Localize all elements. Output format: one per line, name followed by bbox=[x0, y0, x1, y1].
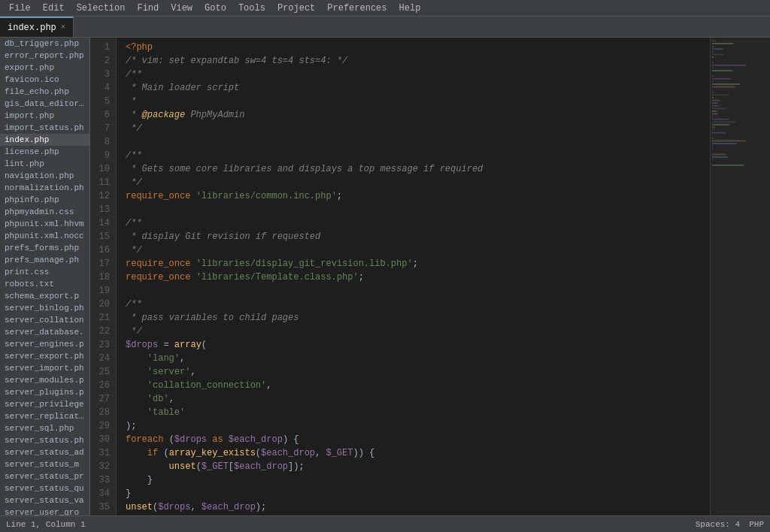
sidebar-file-item[interactable]: normalization.ph bbox=[0, 182, 89, 194]
sidebar-file-item[interactable]: db_triggers.php bbox=[0, 38, 89, 50]
menu-item-edit[interactable]: Edit bbox=[37, 2, 71, 15]
sidebar-file-item[interactable]: license.php bbox=[0, 146, 89, 158]
menu-item-find[interactable]: Find bbox=[131, 2, 165, 15]
sidebar-file-item[interactable]: schema_export.p bbox=[0, 290, 89, 302]
sidebar-file-item[interactable]: server_status.ph bbox=[0, 434, 89, 446]
code-line: /** bbox=[126, 149, 701, 162]
sidebar-file-item[interactable]: phpinfo.php bbox=[0, 194, 89, 206]
menu-item-view[interactable]: View bbox=[165, 2, 199, 15]
code-line bbox=[126, 284, 701, 298]
line-number: 25 bbox=[96, 365, 110, 379]
sidebar-file-item[interactable]: favicon.ico bbox=[0, 74, 89, 86]
code-line: 'db', bbox=[126, 392, 701, 406]
file-sidebar[interactable]: db_triggers.phperror_report.phpexport.ph… bbox=[0, 38, 90, 515]
line-number: 10 bbox=[96, 162, 110, 176]
code-line bbox=[126, 514, 701, 515]
statusbar: Line 1, Column 1 Spaces: 4 PHP bbox=[0, 515, 770, 532]
code-line: require_once 'libraries/Template.class.p… bbox=[126, 271, 701, 284]
code-line: * Main loader script bbox=[126, 81, 701, 95]
sidebar-file-item[interactable]: server_replicatio bbox=[0, 410, 89, 422]
code-line: * pass variables to child pages bbox=[126, 311, 701, 325]
code-line: require_once 'libraries/display_git_revi… bbox=[126, 257, 701, 271]
sidebar-file-item[interactable]: server_status_va bbox=[0, 494, 89, 506]
sidebar-file-item[interactable]: server_database. bbox=[0, 326, 89, 338]
sidebar-file-item[interactable]: index.php bbox=[0, 134, 89, 146]
line-number: 3 bbox=[96, 68, 110, 81]
sidebar-file-item[interactable]: print.css bbox=[0, 266, 89, 278]
menubar: FileEditSelectionFindViewGotoToolsProjec… bbox=[0, 0, 770, 17]
sidebar-file-item[interactable]: server_sql.php bbox=[0, 422, 89, 434]
sidebar-file-item[interactable]: server_modules.p bbox=[0, 374, 89, 386]
code-line: unset($drops, $each_drop); bbox=[126, 500, 701, 514]
minimap-canvas bbox=[711, 38, 770, 515]
code-line: /** bbox=[126, 68, 701, 81]
sidebar-file-item[interactable]: phpunit.xml.nocc bbox=[0, 230, 89, 242]
sidebar-file-item[interactable]: server_user_gro bbox=[0, 506, 89, 515]
tab-index-php[interactable]: index.php× bbox=[0, 17, 74, 37]
line-number: 20 bbox=[96, 298, 110, 311]
line-number: 33 bbox=[96, 473, 110, 487]
code-content: <?php/* vim: set expandtab sw=4 ts=4 sts… bbox=[117, 38, 710, 515]
line-number: 35 bbox=[96, 500, 110, 514]
menu-item-preferences[interactable]: Preferences bbox=[321, 2, 393, 15]
sidebar-file-item[interactable]: gis_data_editor.p bbox=[0, 98, 89, 110]
line-number: 28 bbox=[96, 406, 110, 419]
code-line: 'table' bbox=[126, 406, 701, 419]
sidebar-file-item[interactable]: navigation.php bbox=[0, 170, 89, 182]
sidebar-file-item[interactable]: phpmyadmin.css bbox=[0, 206, 89, 218]
menu-item-tools[interactable]: Tools bbox=[232, 2, 271, 15]
minimap bbox=[710, 38, 770, 515]
spaces-info: Spaces: 4 bbox=[696, 520, 740, 529]
sidebar-file-item[interactable]: server_privilege bbox=[0, 398, 89, 410]
menu-item-selection[interactable]: Selection bbox=[71, 2, 132, 15]
code-line bbox=[126, 135, 701, 149]
sidebar-file-item[interactable]: server_import.ph bbox=[0, 362, 89, 374]
line-number: 2 bbox=[96, 54, 110, 68]
sidebar-file-item[interactable]: server_export.ph bbox=[0, 350, 89, 362]
code-line: if (array_key_exists($each_drop, $_GET))… bbox=[126, 446, 701, 460]
sidebar-file-item[interactable]: server_binlog.ph bbox=[0, 302, 89, 314]
menu-item-help[interactable]: Help bbox=[393, 2, 427, 15]
sidebar-file-item[interactable]: server_plugins.p bbox=[0, 386, 89, 398]
code-editor[interactable]: 1234567891011121314151617181920212223242… bbox=[90, 38, 710, 515]
sidebar-file-item[interactable]: phpunit.xml.hhvm bbox=[0, 218, 89, 230]
sidebar-file-item[interactable]: lint.php bbox=[0, 158, 89, 170]
sidebar-file-item[interactable]: server_status_qu bbox=[0, 482, 89, 494]
code-line: /** bbox=[126, 298, 701, 311]
sidebar-file-item[interactable]: file_echo.php bbox=[0, 86, 89, 98]
sidebar-file-item[interactable]: server_engines.p bbox=[0, 338, 89, 350]
sidebar-file-item[interactable]: server_status_m bbox=[0, 458, 89, 470]
line-number: 19 bbox=[96, 284, 110, 298]
line-number: 16 bbox=[96, 243, 110, 257]
line-number: 1 bbox=[96, 41, 110, 54]
line-number: 12 bbox=[96, 189, 110, 203]
code-line: } bbox=[126, 473, 701, 487]
sidebar-file-item[interactable]: prefs_manage.ph bbox=[0, 254, 89, 266]
code-line: * Gets some core libraries and displays … bbox=[126, 162, 701, 176]
tab-close-button[interactable]: × bbox=[61, 23, 65, 32]
sidebar-file-item[interactable]: import.php bbox=[0, 110, 89, 122]
sidebar-file-item[interactable]: server_collation bbox=[0, 314, 89, 326]
menu-item-file[interactable]: File bbox=[3, 2, 37, 15]
line-number: 22 bbox=[96, 325, 110, 338]
line-number: 30 bbox=[96, 433, 110, 446]
menu-item-goto[interactable]: Goto bbox=[199, 2, 232, 15]
sidebar-file-item[interactable]: error_report.php bbox=[0, 50, 89, 62]
code-line: unset($_GET[$each_drop]); bbox=[126, 460, 701, 473]
line-number: 8 bbox=[96, 135, 110, 149]
sidebar-file-item[interactable]: import_status.ph bbox=[0, 122, 89, 134]
sidebar-file-item[interactable]: server_status_ad bbox=[0, 446, 89, 458]
line-number: 14 bbox=[96, 216, 110, 230]
line-number: 13 bbox=[96, 203, 110, 216]
tab-label: index.php bbox=[8, 23, 56, 33]
code-line: 'collation_connection', bbox=[126, 379, 701, 392]
line-number: 29 bbox=[96, 419, 110, 433]
code-line: } bbox=[126, 487, 701, 500]
sidebar-file-item[interactable]: robots.txt bbox=[0, 278, 89, 290]
sidebar-file-item[interactable]: server_status_pr bbox=[0, 470, 89, 482]
sidebar-file-item[interactable]: export.php bbox=[0, 62, 89, 74]
cursor-position: Line 1, Column 1 bbox=[6, 520, 86, 529]
menu-item-project[interactable]: Project bbox=[271, 2, 321, 15]
sidebar-file-item[interactable]: prefs_forms.php bbox=[0, 242, 89, 254]
code-line: require_once 'libraries/common.inc.php'; bbox=[126, 189, 701, 203]
